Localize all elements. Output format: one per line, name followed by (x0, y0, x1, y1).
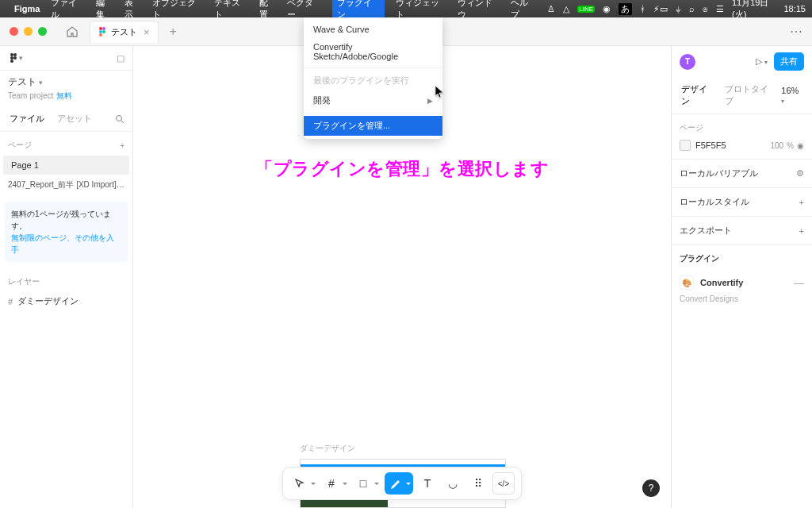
svg-point-4 (99, 33, 102, 37)
traffic-lights (10, 27, 47, 36)
menu-help[interactable]: ヘルプ (511, 0, 536, 21)
layer-name: ダミーデザイン (17, 295, 79, 307)
svg-point-1 (102, 27, 105, 30)
dropdown-item-convertify[interactable]: Convertify Sketch/Adobe/Google (304, 38, 442, 65)
dropdown-item-wave[interactable]: Wave & Curve (304, 21, 442, 38)
dropdown-item-development[interactable]: 開発▶ (304, 90, 442, 110)
variables-settings-icon[interactable]: ⚙ (796, 168, 804, 179)
team-name: Team project無料 (8, 90, 124, 102)
color-hex[interactable]: F5F5F5 (695, 140, 726, 150)
add-page-button[interactable]: + (120, 141, 124, 150)
svg-point-3 (102, 30, 105, 33)
dropdown-item-manage-plugins[interactable]: プラグインを管理... (304, 116, 442, 136)
background-color-row[interactable]: F5F5F5 100 % ◉ (680, 140, 804, 151)
page-item-1[interactable]: Page 1 (3, 156, 129, 175)
svg-point-7 (10, 56, 13, 60)
visibility-icon[interactable]: ◉ (797, 141, 804, 150)
left-panel-tabs: ファイル アセット (0, 106, 132, 132)
svg-line-11 (121, 121, 124, 123)
close-window-button[interactable] (10, 27, 18, 36)
maximize-window-button[interactable] (38, 27, 47, 36)
menu-view[interactable]: 表示 (124, 0, 141, 21)
menu-text[interactable]: テキスト (214, 0, 248, 21)
move-tool[interactable] (289, 472, 318, 495)
tray-users-icon[interactable]: ⍟ (703, 4, 708, 13)
tab-file[interactable]: ファイル (3, 106, 51, 131)
plugin-description: Convert Designs (680, 294, 804, 303)
app-name[interactable]: Figma (14, 4, 40, 13)
import-item[interactable]: 2407_Report_前半 [XD Import] (30-Ju... (0, 175, 132, 195)
remove-plugin-button[interactable]: — (794, 277, 804, 289)
tab-prototype[interactable]: プロトタイプ (720, 77, 781, 114)
local-variables-label: ローカルバリアブル (680, 167, 758, 179)
actions-tool[interactable]: ⠿ (467, 472, 489, 495)
shape-tool[interactable]: □ (353, 472, 381, 495)
share-button[interactable]: 共有 (774, 52, 804, 71)
mouse-cursor-icon (435, 86, 445, 98)
promo-link[interactable]: 無制限のページ、その他を入手 (11, 232, 121, 256)
plugin-name: Convertify (700, 278, 743, 287)
pen-tool[interactable] (385, 472, 413, 495)
search-icon[interactable] (115, 114, 124, 124)
tray-line-icon[interactable]: LINE (577, 6, 595, 13)
panel-toggle-icon[interactable]: ▢ (117, 53, 124, 64)
tray-record-icon[interactable]: ◉ (603, 4, 611, 14)
project-header[interactable]: テスト ▾ Team project無料 (0, 71, 132, 106)
menu-arrange[interactable]: 配置 (259, 0, 276, 21)
add-export-button[interactable]: + (799, 226, 804, 236)
tray-control-center-icon[interactable]: ☰ (716, 4, 724, 14)
tray-battery-icon[interactable]: ⚡︎▭ (653, 4, 668, 14)
figma-menu-button[interactable]: ▾ ▢ (0, 46, 132, 71)
menu-window[interactable]: ウィンドウ (458, 0, 500, 21)
frame-icon: # (8, 297, 13, 306)
minimize-window-button[interactable] (24, 27, 33, 36)
tray-wifi-icon[interactable]: ⏚ (676, 4, 681, 13)
document-tab[interactable]: テスト × (90, 21, 159, 43)
color-swatch[interactable] (680, 140, 691, 151)
export-label: エクスポート (680, 225, 732, 237)
svg-point-6 (13, 53, 17, 56)
plugins-dropdown: Wave & Curve Convertify Sketch/Adobe/Goo… (304, 17, 442, 139)
help-button[interactable]: ? (642, 479, 660, 497)
window-more-icon[interactable]: ⋯ (790, 24, 802, 39)
dropdown-item-run-last: 最後のプラグインを実行 (304, 71, 442, 90)
svg-point-8 (13, 56, 17, 60)
tray-figma-icon[interactable]: ♙ (547, 4, 555, 14)
svg-point-0 (99, 27, 102, 30)
tray-date[interactable]: 11月19日(火) (732, 0, 776, 21)
menu-edit[interactable]: 編集 (96, 0, 113, 21)
layers-label: レイヤー (0, 268, 132, 291)
plugin-section-label: プラグイン (680, 253, 804, 264)
layer-item[interactable]: # ダミーデザイン (0, 291, 132, 312)
opacity-unit: % (787, 141, 794, 150)
dev-mode-toggle[interactable]: </> (492, 472, 515, 495)
pages-header: ページ + (0, 132, 132, 156)
tab-design[interactable]: デザイン (676, 77, 720, 114)
tray-bluetooth-icon[interactable]: ᚼ (640, 4, 645, 13)
frame-tool[interactable]: # (321, 472, 350, 495)
pages-label: ページ (8, 140, 32, 151)
tab-assets[interactable]: アセット (51, 106, 98, 131)
local-styles-section: ローカルスタイル + (672, 188, 812, 217)
home-icon[interactable] (66, 25, 79, 38)
tray-search-icon[interactable]: ⌕ (689, 4, 695, 13)
present-button[interactable]: ▷ ▾ (756, 56, 768, 67)
menu-file[interactable]: ファイル (51, 0, 85, 21)
new-tab-button[interactable]: + (170, 25, 177, 39)
close-tab-icon[interactable]: × (144, 26, 150, 38)
zoom-control[interactable]: 16% ▾ (781, 86, 807, 105)
menu-object[interactable]: オブジェクト (152, 0, 203, 21)
frame-label[interactable]: ダミーデザイン (300, 443, 355, 454)
svg-point-10 (117, 115, 122, 121)
text-tool[interactable]: T (416, 472, 439, 495)
tray-time[interactable]: 18:15 (783, 4, 806, 13)
plugin-row[interactable]: 🎨 Convertify — (680, 271, 804, 294)
chevron-right-icon: ▶ (427, 97, 433, 105)
free-badge[interactable]: 無料 (56, 91, 72, 100)
comment-tool[interactable]: ◡ (442, 472, 464, 495)
color-opacity[interactable]: 100 (770, 141, 783, 150)
tray-sync-icon[interactable]: △ (563, 4, 569, 14)
tray-ime-icon[interactable]: あ (619, 3, 632, 15)
user-avatar[interactable]: T (680, 54, 695, 70)
add-style-button[interactable]: + (799, 198, 804, 207)
